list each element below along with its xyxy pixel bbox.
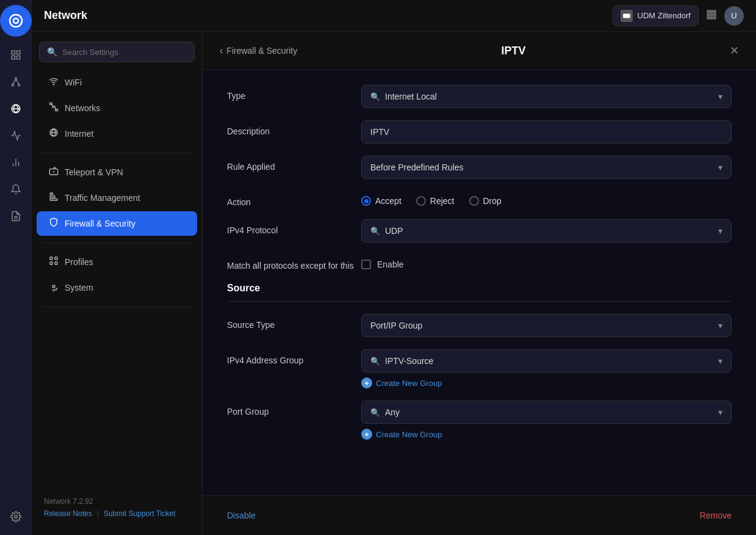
- svg-rect-28: [714, 16, 716, 18]
- shield-icon: [49, 217, 59, 230]
- release-notes-link[interactable]: Release Notes: [44, 509, 92, 518]
- disable-button[interactable]: Disable: [227, 506, 256, 525]
- search-box[interactable]: 🔍: [39, 42, 195, 62]
- device-icon: [621, 10, 633, 22]
- drop-radio-circle: [469, 196, 479, 206]
- panel-title: IPTV: [297, 45, 730, 57]
- description-label: Description: [227, 120, 361, 136]
- networks-icon: [49, 102, 59, 114]
- svg-rect-21: [711, 10, 713, 12]
- reject-label: Reject: [430, 196, 455, 206]
- user-avatar[interactable]: U: [724, 6, 744, 26]
- close-button[interactable]: ✕: [730, 44, 739, 57]
- svg-point-1: [13, 18, 18, 23]
- ipv4-address-group-label: IPv4 Address Group: [227, 349, 361, 365]
- source-divider: [227, 301, 732, 302]
- form-row-ipv4-protocol: IPv4 Protocol 🔍 UDP ▾: [227, 219, 732, 242]
- svg-rect-3: [16, 51, 20, 54]
- match-all-checkbox[interactable]: [361, 260, 371, 269]
- search-input[interactable]: [62, 48, 187, 57]
- create-group-1-link[interactable]: + Create New Group: [361, 377, 732, 388]
- create-group-1-label: Create New Group: [376, 379, 442, 388]
- version-text: Network 7.2.92: [44, 497, 190, 506]
- sidebar-item-wifi[interactable]: WiFi: [37, 70, 197, 95]
- type-select-search-icon: 🔍: [370, 92, 380, 101]
- port-group-value: Any: [385, 407, 400, 417]
- svg-rect-26: [707, 16, 709, 18]
- action-accept[interactable]: Accept: [361, 196, 401, 206]
- rail-icon-topology[interactable]: [5, 71, 27, 93]
- svg-rect-2: [12, 51, 15, 54]
- sidebar-item-internet[interactable]: Internet: [37, 122, 197, 146]
- plus-circle-1-icon: +: [361, 377, 372, 388]
- source-type-chevron-icon: ▾: [718, 321, 722, 330]
- sidebar-item-teleport-vpn[interactable]: Teleport & VPN: [37, 160, 197, 184]
- create-group-2-label: Create New Group: [376, 430, 442, 439]
- create-group-2-link[interactable]: + Create New Group: [361, 429, 732, 440]
- sidebar-item-profiles[interactable]: Profiles: [37, 250, 197, 274]
- rail-icon-settings[interactable]: [5, 506, 27, 528]
- sidebar-item-firewall[interactable]: Firewall & Security: [37, 211, 197, 236]
- rule-applied-chevron-icon: ▾: [718, 162, 722, 172]
- sidebar-item-system[interactable]: System: [37, 275, 197, 300]
- app-logo[interactable]: [0, 5, 32, 37]
- type-label: Type: [227, 85, 361, 101]
- action-reject[interactable]: Reject: [416, 196, 455, 206]
- accept-label: Accept: [375, 196, 401, 206]
- form-row-port-group: Port Group 🔍 Any ▾ + Create New Group: [227, 401, 732, 440]
- svg-rect-25: [714, 13, 716, 15]
- back-arrow-icon: ‹: [220, 45, 223, 56]
- type-select[interactable]: 🔍 Internet Local ▾: [361, 85, 732, 108]
- svg-rect-39: [50, 193, 53, 195]
- svg-rect-19: [623, 13, 630, 18]
- sidebar-item-networks-label: Networks: [65, 103, 100, 113]
- panel-header: ‹ Firewall & Security IPTV ✕: [203, 32, 756, 70]
- rail-icon-network[interactable]: [5, 98, 27, 120]
- svg-rect-22: [714, 10, 716, 12]
- back-button[interactable]: ‹ Firewall & Security: [220, 45, 297, 56]
- sidebar-divider-2: [41, 242, 192, 243]
- device-name: UDM Ziltendorf: [638, 11, 691, 20]
- ipv4-protocol-select[interactable]: 🔍 UDP ▾: [361, 219, 732, 242]
- address-group-search-icon: 🔍: [370, 357, 380, 366]
- sidebar-item-traffic-label: Traffic Management: [65, 193, 140, 203]
- port-group-select[interactable]: 🔍 Any ▾: [361, 401, 732, 424]
- internet-icon: [49, 128, 59, 140]
- teleport-icon: [49, 166, 59, 178]
- svg-rect-41: [50, 198, 57, 200]
- action-control: Accept Reject Drop: [361, 191, 732, 206]
- traffic-icon: [49, 192, 59, 204]
- device-badge[interactable]: UDM Ziltendorf: [613, 5, 699, 26]
- ipv4-address-group-select[interactable]: 🔍 IPTV-Source ▾: [361, 349, 732, 373]
- accept-radio-circle: [361, 196, 371, 206]
- svg-point-0: [10, 15, 22, 27]
- remove-button[interactable]: Remove: [700, 506, 732, 525]
- source-type-value: Port/IP Group: [370, 321, 422, 330]
- source-type-control: Port/IP Group ▾: [361, 314, 732, 337]
- action-radio-group: Accept Reject Drop: [361, 191, 732, 206]
- svg-point-29: [53, 84, 54, 85]
- source-type-select[interactable]: Port/IP Group ▾: [361, 314, 732, 337]
- grid-icon[interactable]: [706, 9, 717, 23]
- action-label: Action: [227, 191, 361, 207]
- sidebar-item-networks[interactable]: Networks: [37, 96, 197, 120]
- action-drop[interactable]: Drop: [469, 196, 502, 206]
- rail-icon-charts[interactable]: [5, 151, 27, 173]
- rail-icon-stats[interactable]: [5, 125, 27, 147]
- svg-rect-23: [707, 13, 709, 15]
- system-icon: [49, 282, 59, 294]
- ipv4-address-group-chevron-icon: ▾: [718, 356, 722, 366]
- port-group-chevron-icon: ▾: [718, 407, 722, 417]
- sidebar: 🔍 WiFi Networks Internet Tel: [32, 32, 203, 535]
- form-row-type: Type 🔍 Internet Local ▾: [227, 85, 732, 108]
- rail-icon-notifications[interactable]: [5, 178, 27, 200]
- rule-applied-select[interactable]: Before Predefined Rules ▾: [361, 156, 732, 179]
- sidebar-item-traffic[interactable]: Traffic Management: [37, 186, 197, 210]
- match-all-checkbox-label: Enable: [377, 260, 404, 269]
- support-ticket-link[interactable]: Submit Support Ticket: [104, 509, 175, 518]
- ipv4-address-group-value: IPTV-Source: [385, 356, 433, 366]
- svg-point-18: [14, 515, 17, 519]
- description-input[interactable]: [361, 120, 732, 144]
- rail-icon-reports[interactable]: [5, 205, 27, 227]
- rail-icon-overview[interactable]: [5, 44, 27, 66]
